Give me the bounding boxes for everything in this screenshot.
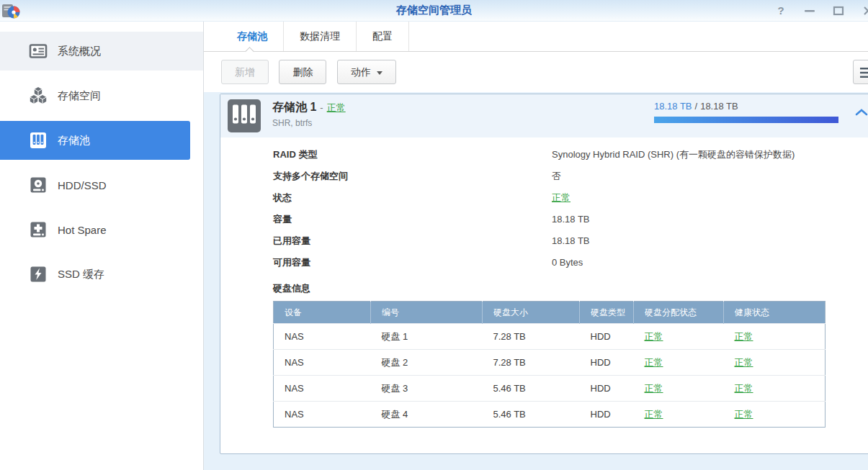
detail-value: 0 Bytes [552,252,834,274]
detail-label: 可用容量 [273,252,552,274]
detail-status-link[interactable]: 正常 [552,187,834,209]
health-status-link[interactable]: 正常 [735,331,753,342]
sidebar-item-label: HDD/SSD [58,179,107,191]
detail-label: 容量 [273,209,552,230]
add-button[interactable]: 新增 [221,60,269,84]
detail-value: 否 [552,166,834,187]
health-status-link[interactable]: 正常 [735,383,753,394]
pool-card-body: RAID 类型 Synology Hybrid RAID (SHR) (有一颗硬… [220,137,868,428]
column-header-size[interactable]: 硬盘大小 [483,302,580,324]
cell-device: NAS [274,350,371,376]
sidebar-item-label: SSD 缓存 [58,268,104,281]
table-row[interactable]: NAS 硬盘 2 7.28 TB HDD 正常 正常 [274,350,826,376]
sidebar-item-hot-spare[interactable]: Hot Spare [0,210,203,249]
table-row[interactable]: NAS 硬盘 1 7.28 TB HDD 正常 正常 [274,324,826,350]
tab-configuration[interactable]: 配置 [357,22,409,51]
tab-bar: 存储池 数据清理 配置 [204,22,868,52]
delete-button[interactable]: 删除 [279,60,326,84]
sidebar-item-label: 存储池 [58,134,90,148]
table-row[interactable]: NAS 硬盘 3 5.46 TB HDD 正常 正常 [274,376,826,402]
disk-info-title: 硬盘信息 [273,280,868,297]
pool-status-link[interactable]: 正常 [327,102,346,113]
collapse-chevron-up-icon[interactable] [855,107,868,117]
storage-manager-app-icon [1,1,20,20]
detail-label: 支持多个存储空间 [273,166,552,187]
close-icon[interactable] [862,4,868,17]
cell-slot: 硬盘 2 [371,350,483,376]
cell-type: HDD [580,324,634,350]
ssd-cache-icon [29,265,48,284]
usage-used-link[interactable]: 18.18 TB [654,101,692,112]
allocation-status-link[interactable]: 正常 [645,357,663,368]
sidebar-item-label: Hot Spare [58,224,107,236]
action-dropdown-label: 动作 [351,66,371,78]
column-header-health[interactable]: 健康状态 [724,302,826,324]
minimize-icon[interactable] [803,4,816,17]
sidebar-item-label: 存储空间 [58,89,101,103]
cell-type: HDD [580,402,634,428]
allocation-status-link[interactable]: 正常 [645,383,663,394]
help-icon[interactable]: ? [774,4,787,17]
tab-storage-pool[interactable]: 存储池 [221,22,284,51]
window-title: 存储空间管理员 [0,4,868,17]
cell-slot: 硬盘 4 [371,402,483,428]
sidebar-item-system-overview[interactable]: 系统概况 [0,32,203,71]
pool-name: 存储池 1 [272,101,316,113]
detail-row-free-capacity: 可用容量 0 Bytes [273,252,868,274]
usage-progress-fill [654,117,838,123]
tab-data-scrubbing[interactable]: 数据清理 [284,22,357,51]
disk-table-header-row: 设备 编号 硬盘大小 硬盘类型 硬盘分配状态 健康状态 [274,302,826,324]
maximize-icon[interactable] [832,4,845,17]
cell-size: 7.28 TB [483,324,580,350]
detail-row-capacity: 容量 18.18 TB [273,209,868,230]
list-view-button[interactable] [853,60,868,84]
svg-text:?: ? [777,4,784,17]
usage-progress-track [654,117,838,123]
cell-type: HDD [580,376,634,402]
detail-row-multi-volume: 支持多个存储空间 否 [273,166,868,187]
detail-value: 18.18 TB [552,230,834,252]
system-overview-icon [29,42,48,60]
toolbar: 新增 删除 动作 [204,52,868,92]
usage-total: 18.18 TB [700,101,738,112]
cell-device: NAS [274,402,371,428]
workspace: 存储池 1-正常 SHR, btrfs 18.18 TB/18.18 TB [204,92,868,470]
hdd-ssd-icon [29,176,48,194]
pool-usage: 18.18 TB/18.18 TB [654,101,838,123]
detail-row-used-capacity: 已用容量 18.18 TB [273,230,868,252]
usage-separator: / [695,101,698,112]
health-status-link[interactable]: 正常 [735,409,753,420]
cell-size: 5.46 TB [483,402,580,428]
pool-card-header[interactable]: 存储池 1-正常 SHR, btrfs 18.18 TB/18.18 TB [220,94,868,137]
hot-spare-icon [29,220,48,239]
column-header-slot[interactable]: 编号 [371,302,483,324]
column-header-type[interactable]: 硬盘类型 [580,302,634,324]
detail-row-raid-type: RAID 类型 Synology Hybrid RAID (SHR) (有一颗硬… [273,144,868,166]
sidebar-item-storage-pool[interactable]: 存储池 [0,121,190,160]
column-header-allocation[interactable]: 硬盘分配状态 [634,302,724,324]
cell-size: 5.46 TB [483,376,580,402]
health-status-link[interactable]: 正常 [735,357,753,368]
pool-name-separator: - [320,102,323,113]
sidebar: 系统概况 存储空间 [0,22,204,470]
sidebar-item-storage-volume[interactable]: 存储空间 [0,76,203,115]
detail-row-status: 状态 正常 [273,187,868,209]
disk-table: 设备 编号 硬盘大小 硬盘类型 硬盘分配状态 健康状态 NAS [273,301,826,428]
table-row[interactable]: NAS 硬盘 4 5.46 TB HDD 正常 正常 [274,402,826,428]
detail-label: 已用容量 [273,230,552,252]
storage-pool-card: 存储池 1-正常 SHR, btrfs 18.18 TB/18.18 TB [220,94,868,454]
action-dropdown-button[interactable]: 动作 [337,60,396,84]
cell-device: NAS [274,376,371,402]
allocation-status-link[interactable]: 正常 [645,409,663,420]
storage-pool-icon [29,131,48,150]
column-header-device[interactable]: 设备 [274,302,371,324]
chevron-down-icon [377,71,382,75]
list-view-icon [860,65,868,80]
detail-value: Synology Hybrid RAID (SHR) (有一颗硬盘的容错保护数据… [552,144,834,166]
pool-card-icon [228,99,261,132]
content-area: 存储池 数据清理 配置 新增 删除 动作 [204,22,868,470]
sidebar-item-hdd-ssd[interactable]: HDD/SSD [0,166,203,204]
sidebar-item-ssd-cache[interactable]: SSD 缓存 [0,255,203,294]
cell-device: NAS [274,324,371,350]
allocation-status-link[interactable]: 正常 [645,331,663,342]
